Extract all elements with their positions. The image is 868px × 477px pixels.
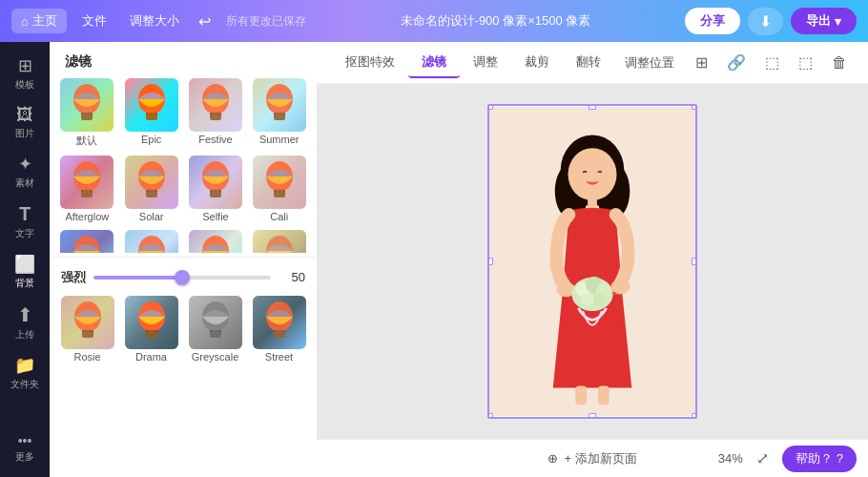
filter-label-cali: Cali [270,211,288,222]
fullscreen-button[interactable]: ⤢ [751,446,775,471]
sidebar-item-label: 更多 [15,450,34,464]
filter-item-drama[interactable]: Drama [121,294,181,470]
svg-rect-92 [210,330,221,338]
sidebar-item-element[interactable]: ✦ 素材 [4,148,46,196]
filter-panel-title: 滤镜 [50,42,317,76]
photo-icon: 🖼 [16,105,33,125]
more-icon: ••• [18,433,32,448]
svg-point-104 [568,148,616,200]
filter-thumb-default [60,78,114,132]
filter-item-default[interactable]: 默认 [57,76,117,150]
svg-point-107 [611,280,630,295]
woman-illustration [489,104,695,419]
svg-rect-114 [575,386,587,405]
sidebar-item-label: 背景 [15,277,34,290]
svg-rect-82 [82,330,93,338]
tab-photo-effects[interactable]: 抠图特效 [332,48,408,78]
duplicate-icon-btn[interactable]: ⬚ [793,50,818,75]
image-card[interactable]: ⬚ ⬚ + ↺ [487,104,697,419]
checkerboard-icon-btn[interactable]: ⊞ [690,50,713,75]
add-page-button[interactable]: ⊕ + 添加新页面 [532,445,651,473]
filter-label-selfie: Selfie [202,211,229,222]
svg-rect-37 [274,190,285,197]
resize-handle-tr[interactable] [692,104,697,110]
share-button[interactable]: 分享 [685,8,740,34]
help-button[interactable]: 帮助？ ? [782,446,857,472]
design-title: 未命名的设计-900 像素×1500 像素 [401,13,591,28]
sidebar-item-label: 图片 [15,127,34,140]
svg-point-112 [581,292,594,305]
filter-item-selfie[interactable]: Selfie [186,154,246,224]
copy-icon-btn[interactable]: ⬚ [759,50,785,75]
filter-thumb-street [253,296,306,349]
export-button[interactable]: 导出 ▾ [791,8,857,34]
filter-item-blues[interactable]: The blues [57,228,117,253]
background-icon: ⬜ [14,254,35,275]
filter-item-festive[interactable]: Festive [186,76,246,150]
add-page-icon: ⊕ [548,451,558,466]
download-button[interactable]: ⬇ [748,8,783,35]
filter-item-greyscale[interactable]: Greyscale [185,294,245,470]
zoom-level: 34% [718,451,743,466]
upload-icon: ⬆ [17,303,33,326]
sidebar-item-background[interactable]: ⬜ 背景 [4,248,46,296]
sidebar-item-label: 素材 [15,176,34,190]
filter-item-epic[interactable]: Epic [121,76,182,150]
tab-crop[interactable]: 裁剪 [511,48,563,78]
resize-handle-ml[interactable] [487,258,493,265]
filter-thumb-epic [125,78,178,132]
filter-item-cali[interactable]: Cali [249,154,309,224]
sidebar-item-photo[interactable]: 🖼 图片 [4,99,46,146]
filter-item-summer[interactable]: Summer [249,76,309,150]
intensity-slider[interactable] [93,276,271,280]
filter-thumb-greyscale [189,296,242,349]
filter-item-street[interactable]: Street [249,294,309,470]
link-icon-btn[interactable]: 🔗 [721,50,752,75]
tab-filter[interactable]: 滤镜 [408,48,460,78]
filter-item-nordic[interactable]: Nordic [121,228,182,253]
svg-rect-7 [146,113,157,120]
sidebar-item-text[interactable]: T 文字 [4,197,46,246]
filter-item-whimsical[interactable]: Whimsical [186,228,246,253]
filter-label-festive: Festive [198,134,232,145]
filter-item-solar[interactable]: Solar [121,154,182,224]
resize-handle-bl[interactable] [487,413,493,419]
sidebar-item-template[interactable]: ⊞ 模板 [4,50,46,97]
filter-item-rosie[interactable]: Rosie [57,294,117,470]
intensity-row: 强烈 50 [50,261,317,294]
resize-button[interactable]: 调整大小 [122,9,187,33]
resize-handle-tm[interactable] [589,104,596,110]
tab-flip[interactable]: 翻转 [563,48,614,78]
help-label: 帮助？ [796,450,833,467]
svg-rect-87 [146,330,157,338]
svg-rect-2 [81,113,93,120]
delete-icon-btn[interactable]: 🗑 [826,51,853,75]
question-icon: ? [837,451,843,466]
folder-icon: 📁 [14,355,35,376]
sub-toolbar: 抠图特效 滤镜 调整 裁剪 翻转 调整位置 ⊞ 🔗 ⬚ ⬚ 🗑 [317,42,868,84]
filter-thumb-nordic [125,230,178,253]
file-button[interactable]: 文件 [74,9,114,33]
filter-thumb-drama [125,296,178,349]
sub-toolbar-right: 调整位置 ⊞ 🔗 ⬚ ⬚ 🗑 [617,50,853,75]
home-button[interactable]: ⌂ 主页 [11,9,67,33]
undo-button[interactable]: ↩ [195,9,215,34]
resize-handle-bm[interactable] [589,413,596,419]
filter-thumb-blues [60,230,114,253]
filter-thumb-festive [189,78,242,132]
tab-adjust[interactable]: 调整 [460,48,511,78]
resize-handle-mr[interactable] [692,258,697,265]
sidebar-item-upload[interactable]: ⬆ 上传 [4,298,46,347]
adjust-position-button[interactable]: 调整位置 [617,51,682,75]
chevron-down-icon: ▾ [835,14,841,29]
divider [50,257,317,258]
canvas-area[interactable]: ⬚ ⬚ + ↺ [317,84,868,439]
sidebar-item-folder[interactable]: 📁 文件夹 [4,349,46,397]
filter-thumb-cali [253,156,306,209]
filter-item-afterglow[interactable]: Afterglow [57,154,117,224]
sidebar-item-more[interactable]: ••• 更多 [4,427,46,469]
editor-area: 抠图特效 滤镜 调整 裁剪 翻转 调整位置 ⊞ 🔗 ⬚ ⬚ 🗑 ⬚ ⬚ + [317,42,868,477]
resize-handle-tl[interactable] [487,104,493,110]
filter-item-retro[interactable]: Retro [249,228,309,253]
resize-handle-br[interactable] [692,413,697,419]
